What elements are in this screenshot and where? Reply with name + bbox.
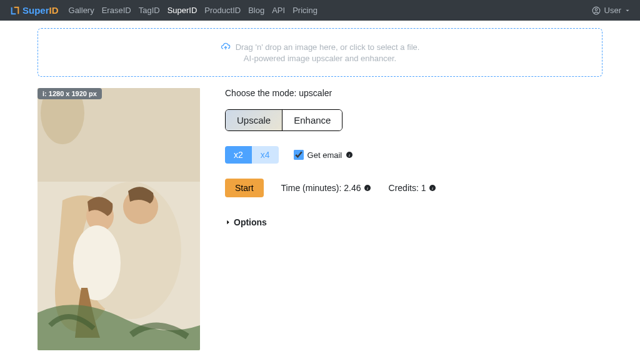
svg-point-1	[595, 8, 598, 11]
user-menu[interactable]: User	[592, 6, 630, 15]
image-column: i: 1280 x 1920 px	[38, 88, 200, 350]
image-dimensions-badge: i: 1280 x 1920 px	[38, 88, 102, 99]
chevron-down-icon	[625, 8, 630, 13]
dropzone[interactable]: Drag 'n' drop an image here, or click to…	[38, 28, 602, 77]
options-toggle[interactable]: Options	[225, 217, 602, 227]
scale-x4-button[interactable]: x4	[252, 146, 279, 164]
scale-x2-button[interactable]: x2	[225, 146, 252, 164]
start-button[interactable]: Start	[225, 179, 264, 197]
nav-tagid[interactable]: TagID	[139, 6, 160, 15]
main-container: Drag 'n' drop an image here, or click to…	[0, 21, 640, 350]
dropzone-line1: Drag 'n' drop an image here, or click to…	[221, 42, 420, 52]
brand-text: SuperID	[22, 5, 59, 16]
svg-text:i: i	[349, 153, 350, 158]
nav-left: SuperID Gallery EraseID TagID SuperID Pr…	[10, 5, 318, 16]
cloud-upload-icon	[221, 42, 231, 52]
caret-right-icon	[225, 219, 231, 225]
mode-enhance-button[interactable]: Enhance	[282, 110, 342, 130]
nav-links: Gallery EraseID TagID SuperID ProductID …	[69, 6, 318, 15]
nav-gallery[interactable]: Gallery	[69, 6, 94, 15]
get-email-checkbox[interactable]	[294, 150, 304, 160]
preview-illustration	[38, 88, 200, 350]
user-label: User	[604, 6, 621, 15]
nav-superid[interactable]: SuperID	[168, 6, 198, 15]
nav-eraseid[interactable]: EraseID	[102, 6, 131, 15]
svg-text:i: i	[367, 186, 368, 191]
brand-logo-icon	[10, 6, 20, 16]
dropzone-line2: AI-powered image upscaler and enhancer.	[244, 54, 396, 63]
navbar: SuperID Gallery EraseID TagID SuperID Pr…	[0, 0, 640, 21]
user-icon	[592, 6, 601, 15]
svg-point-8	[73, 225, 121, 300]
svg-text:i: i	[432, 186, 433, 191]
main-row: i: 1280 x 1920 px	[38, 88, 602, 350]
brand[interactable]: SuperID	[10, 5, 59, 16]
scale-email-row: x2 x4 Get email i	[225, 146, 602, 164]
options-label: Options	[234, 217, 267, 227]
scale-factor-group: x2 x4	[225, 146, 279, 164]
image-preview	[38, 88, 200, 350]
nav-pricing[interactable]: Pricing	[292, 6, 318, 15]
mode-segmented-control: Upscale Enhance	[225, 109, 342, 131]
nav-api[interactable]: API	[272, 6, 285, 15]
mode-upscale-button[interactable]: Upscale	[226, 110, 282, 130]
info-icon[interactable]: i	[429, 184, 436, 192]
nav-blog[interactable]: Blog	[248, 6, 264, 15]
time-stat: Time (minutes): 2.46 i	[281, 183, 371, 193]
credits-stat: Credits: 1 i	[389, 183, 436, 193]
mode-label: Choose the mode: upscaler	[225, 88, 602, 98]
info-icon[interactable]: i	[364, 184, 371, 192]
get-email-checkbox-wrap[interactable]: Get email i	[294, 150, 354, 160]
controls-column: Choose the mode: upscaler Upscale Enhanc…	[225, 88, 602, 350]
info-icon[interactable]: i	[346, 151, 353, 159]
nav-productid[interactable]: ProductID	[204, 6, 241, 15]
action-row: Start Time (minutes): 2.46 i Credits: 1 …	[225, 179, 602, 197]
get-email-label: Get email	[308, 150, 342, 160]
